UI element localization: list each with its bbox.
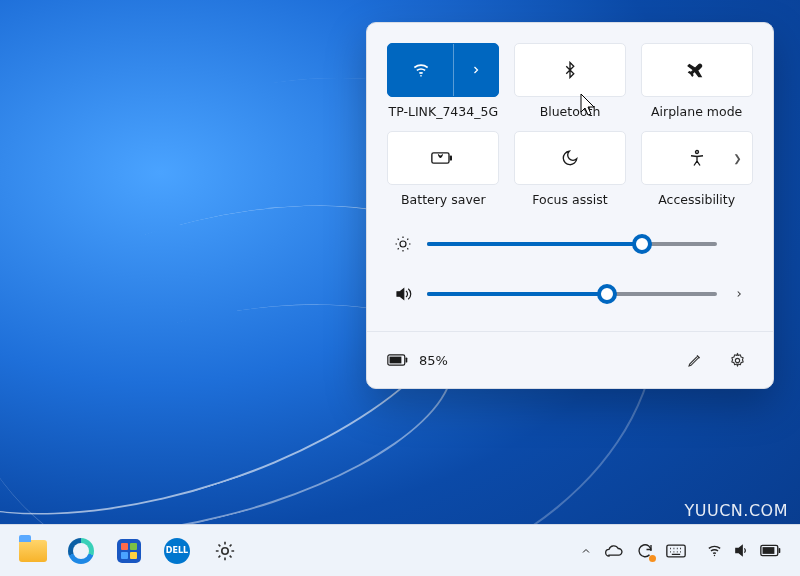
volume-expand-button[interactable] — [731, 289, 747, 299]
tile-group-bluetooth: Bluetooth — [514, 43, 627, 119]
svg-point-4 — [400, 241, 406, 247]
edge-app[interactable] — [60, 530, 102, 572]
edge-icon — [68, 538, 94, 564]
sliders-section — [387, 235, 753, 317]
tile-group-wifi: TP-LINK_7434_5G — [387, 43, 500, 119]
tile-group-airplane: Airplane mode — [640, 43, 753, 119]
onedrive-tray-icon[interactable] — [604, 544, 624, 558]
accessibility-icon — [688, 149, 706, 167]
airplane-icon — [687, 60, 707, 80]
chevron-right-icon — [470, 64, 482, 76]
dell-icon: DELL — [164, 538, 190, 564]
tile-group-focus-assist: Focus assist — [514, 131, 627, 207]
svg-point-11 — [714, 555, 715, 556]
notification-dot-icon — [649, 555, 656, 562]
folder-icon — [19, 540, 47, 562]
brightness-slider-row — [393, 235, 747, 253]
volume-slider-row — [393, 285, 747, 303]
keyboard-icon — [666, 544, 686, 558]
accessibility-label: Accessibility — [658, 192, 735, 207]
edit-quick-settings-button[interactable] — [679, 344, 711, 376]
brightness-slider[interactable] — [427, 242, 717, 246]
svg-point-8 — [735, 358, 739, 362]
tile-group-battery-saver: Battery saver — [387, 131, 500, 207]
wifi-label: TP-LINK_7434_5G — [389, 104, 499, 119]
volume-slider[interactable] — [427, 292, 717, 296]
brightness-thumb[interactable] — [632, 234, 652, 254]
watermark-text: YUUCN.COM — [685, 501, 789, 520]
quick-settings-footer: 85% — [367, 331, 773, 388]
svg-rect-6 — [406, 357, 408, 362]
desktop-wallpaper: TP-LINK_7434_5G Bluetooth Airplane mode — [0, 0, 800, 576]
bluetooth-tile[interactable] — [514, 43, 626, 97]
svg-point-0 — [420, 75, 422, 77]
file-explorer-app[interactable] — [12, 530, 54, 572]
wifi-icon — [706, 542, 723, 559]
battery-saver-tile[interactable] — [387, 131, 499, 185]
focus-assist-tile[interactable] — [514, 131, 626, 185]
moon-icon — [561, 149, 579, 167]
wifi-toggle[interactable] — [388, 60, 453, 80]
brightness-icon — [393, 235, 413, 253]
volume-icon — [733, 542, 750, 559]
wifi-expand-button[interactable] — [454, 64, 498, 76]
quick-settings-tray-button[interactable] — [700, 538, 788, 563]
wifi-icon — [411, 60, 431, 80]
bluetooth-icon — [561, 61, 579, 79]
chevron-right-icon: ❯ — [733, 153, 741, 164]
taskbar-pinned-apps: DELL — [12, 530, 246, 572]
windows-update-tray-icon[interactable] — [636, 542, 654, 560]
settings-app[interactable] — [204, 530, 246, 572]
accessibility-tile[interactable]: ❯ — [641, 131, 753, 185]
volume-fill — [427, 292, 607, 296]
cloud-icon — [604, 544, 624, 558]
quick-settings-tiles: TP-LINK_7434_5G Bluetooth Airplane mode — [387, 43, 753, 207]
wifi-tile[interactable] — [387, 43, 499, 97]
tray-expand-button[interactable] — [580, 545, 592, 557]
airplane-label: Airplane mode — [651, 104, 742, 119]
battery-percent-text[interactable]: 85% — [419, 353, 448, 368]
pencil-icon — [687, 352, 703, 368]
bluetooth-label: Bluetooth — [540, 104, 601, 119]
brightness-fill — [427, 242, 642, 246]
chevron-right-icon — [734, 289, 744, 299]
volume-thumb[interactable] — [597, 284, 617, 304]
svg-rect-2 — [450, 155, 452, 160]
tile-group-accessibility: ❯ Accessibility — [640, 131, 753, 207]
taskbar: DELL — [0, 524, 800, 576]
dell-app[interactable]: DELL — [156, 530, 198, 572]
microsoft-store-app[interactable] — [108, 530, 150, 572]
battery-icon — [760, 544, 782, 557]
svg-point-3 — [695, 151, 698, 154]
store-icon — [117, 539, 141, 563]
settings-button[interactable] — [721, 344, 753, 376]
svg-rect-14 — [763, 547, 775, 554]
svg-rect-13 — [779, 548, 781, 553]
svg-rect-10 — [667, 545, 685, 557]
taskbar-system-tray — [580, 538, 788, 563]
chevron-up-icon — [580, 545, 592, 557]
focus-assist-label: Focus assist — [532, 192, 607, 207]
battery-saver-icon — [431, 150, 455, 166]
svg-point-9 — [222, 547, 228, 553]
quick-settings-panel: TP-LINK_7434_5G Bluetooth Airplane mode — [366, 22, 774, 389]
input-method-tray-icon[interactable] — [666, 544, 686, 558]
gear-icon — [729, 352, 746, 369]
gear-icon — [214, 540, 236, 562]
volume-icon — [393, 285, 413, 303]
airplane-tile[interactable] — [641, 43, 753, 97]
battery-saver-label: Battery saver — [401, 192, 486, 207]
battery-icon — [387, 353, 409, 367]
svg-rect-1 — [432, 153, 449, 163]
svg-rect-7 — [390, 357, 402, 364]
